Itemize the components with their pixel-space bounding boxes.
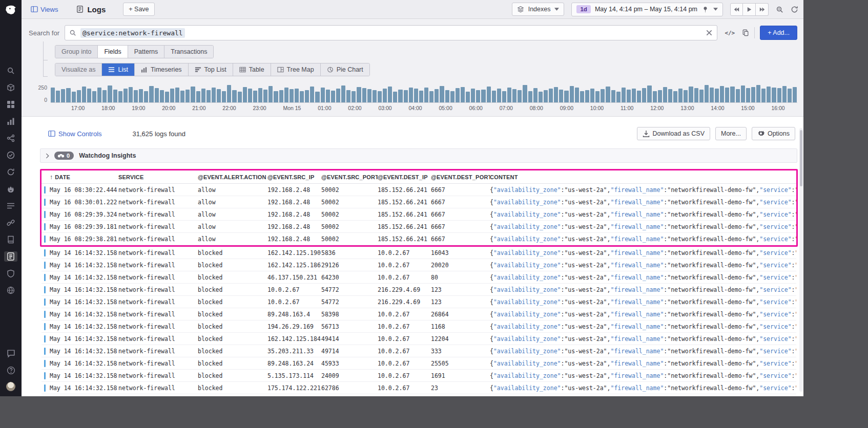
log-row[interactable]: May 16 08:30:22.444network-firewallallow… (42, 184, 796, 196)
histogram-bar[interactable] (476, 90, 480, 102)
log-row[interactable]: May 14 16:14:32.158network-firewallblock… (42, 284, 796, 296)
histogram-bar[interactable] (134, 90, 138, 102)
histogram-bar[interactable] (601, 89, 605, 102)
histogram-bar[interactable] (533, 88, 538, 102)
histogram-bar[interactable] (761, 89, 766, 102)
histogram-bar[interactable] (595, 91, 600, 102)
histogram-bar[interactable] (362, 88, 366, 102)
log-row[interactable]: May 14 16:14:32.158network-firewallblock… (42, 357, 796, 370)
histogram-bar[interactable] (777, 88, 781, 102)
column-header-eventsrc-port[interactable]: @EVENT.SRC_PORT (321, 174, 378, 180)
histogram-bar[interactable] (118, 91, 122, 102)
histogram-bar[interactable] (92, 91, 96, 102)
search-icon[interactable] (4, 66, 17, 76)
histogram-bar[interactable] (549, 89, 553, 102)
histogram-bar[interactable] (481, 90, 485, 102)
histogram-bar[interactable] (580, 91, 584, 102)
views-button[interactable]: Views (31, 6, 58, 13)
download-csv-button[interactable]: Download as CSV (637, 127, 710, 140)
histogram-bar[interactable] (279, 90, 283, 102)
histogram-bar[interactable] (160, 90, 164, 103)
options-button[interactable]: Options (752, 127, 795, 140)
copy-icon[interactable] (742, 29, 749, 36)
clear-search-icon[interactable] (706, 29, 713, 36)
security-icon[interactable] (4, 268, 17, 279)
histogram-bar[interactable] (585, 90, 589, 103)
histogram-bar[interactable] (232, 90, 236, 103)
log-row[interactable]: May 14 16:14:32.158network-firewallblock… (42, 271, 796, 284)
more-button[interactable]: More... (715, 127, 747, 140)
tab-table[interactable]: Table (233, 63, 271, 76)
histogram-bar[interactable] (705, 85, 709, 102)
histogram-bar[interactable] (155, 88, 159, 102)
histogram-bar[interactable] (741, 85, 745, 102)
tab-fields[interactable]: Fields (98, 46, 128, 58)
save-button[interactable]: + Save (123, 3, 154, 16)
integrations-icon[interactable] (4, 133, 17, 143)
histogram-bar[interactable] (258, 88, 262, 102)
histogram-bar[interactable] (590, 89, 594, 102)
histogram-bar[interactable] (123, 89, 128, 102)
histogram-bar[interactable] (170, 89, 174, 102)
histogram-bar[interactable] (492, 91, 496, 102)
histogram-bar[interactable] (97, 88, 101, 102)
user-avatar[interactable] (6, 382, 15, 391)
histogram-bar[interactable] (388, 87, 392, 103)
log-row[interactable]: May 14 16:14:32.158network-firewallblock… (42, 308, 796, 320)
log-row[interactable]: May 14 16:14:32.158network-firewallblock… (42, 370, 796, 382)
histogram-bar[interactable] (201, 89, 205, 102)
histogram-bar[interactable] (746, 88, 750, 102)
histogram-bar[interactable] (523, 85, 527, 102)
apm-icon[interactable] (4, 150, 17, 160)
chat-icon[interactable] (4, 348, 17, 358)
tab-top-list[interactable]: Top List (189, 63, 233, 76)
histogram-bar[interactable] (554, 87, 558, 102)
column-header-eventsrc-ip[interactable]: @EVENT.SRC_IP (267, 174, 321, 180)
histogram-bar[interactable] (341, 85, 345, 102)
histogram-bar[interactable] (793, 87, 797, 102)
histogram-bar[interactable] (149, 86, 153, 102)
histogram-bar[interactable] (435, 89, 439, 102)
tab-transactions[interactable]: Transactions (164, 46, 213, 58)
sort-ascending-icon[interactable]: ↑ (50, 174, 53, 181)
histogram-bar[interactable] (507, 88, 511, 102)
show-controls-button[interactable]: Show Controls (48, 130, 102, 138)
histogram-bar[interactable] (144, 91, 148, 102)
histogram-bar[interactable] (788, 89, 792, 102)
histogram-bar[interactable] (180, 91, 184, 102)
chevron-right-icon[interactable] (46, 153, 49, 159)
infrastructure-icon[interactable] (4, 82, 17, 93)
histogram-bar[interactable] (191, 87, 195, 102)
log-row[interactable]: May 14 16:14:32.158network-firewallblock… (42, 296, 796, 308)
vertical-scrollbar[interactable] (799, 128, 803, 392)
pin-icon[interactable] (701, 6, 709, 13)
log-row[interactable]: May 16 08:29:39.181network-firewallallow… (42, 221, 796, 233)
histogram-bar[interactable] (419, 91, 423, 102)
histogram-bar[interactable] (77, 90, 81, 103)
monitors-icon[interactable] (4, 201, 17, 211)
histogram-bar[interactable] (606, 87, 610, 102)
histogram-bar[interactable] (398, 90, 402, 102)
histogram-bar[interactable] (373, 90, 377, 103)
histogram-bar[interactable] (227, 85, 231, 102)
histogram-bar[interactable] (346, 90, 350, 102)
logs-icon[interactable] (4, 251, 17, 262)
histogram-bar[interactable] (222, 91, 226, 102)
log-row[interactable]: May 14 16:14:32.158network-firewallblock… (42, 247, 796, 259)
histogram-bar[interactable] (66, 88, 70, 102)
log-row[interactable]: May 14 16:14:32.158network-firewallblock… (42, 259, 796, 271)
histogram-bar[interactable] (367, 89, 371, 102)
histogram-bar[interactable] (694, 88, 698, 102)
histogram-bar[interactable] (274, 91, 278, 102)
histogram-bar[interactable] (206, 90, 211, 102)
histogram-bar[interactable] (699, 90, 704, 102)
zoom-out-icon[interactable] (776, 6, 783, 13)
histogram-bar[interactable] (414, 89, 418, 102)
log-row[interactable]: May 16 08:30:01.222network-firewallallow… (42, 196, 796, 208)
column-header-service[interactable]: SERVICE (118, 174, 198, 180)
histogram-bar[interactable] (108, 85, 112, 102)
histogram-bar[interactable] (129, 87, 133, 102)
log-row[interactable]: May 14 16:14:32.158network-firewallblock… (42, 333, 796, 345)
histogram-bar[interactable] (295, 89, 299, 102)
histogram-bar[interactable] (466, 92, 470, 102)
